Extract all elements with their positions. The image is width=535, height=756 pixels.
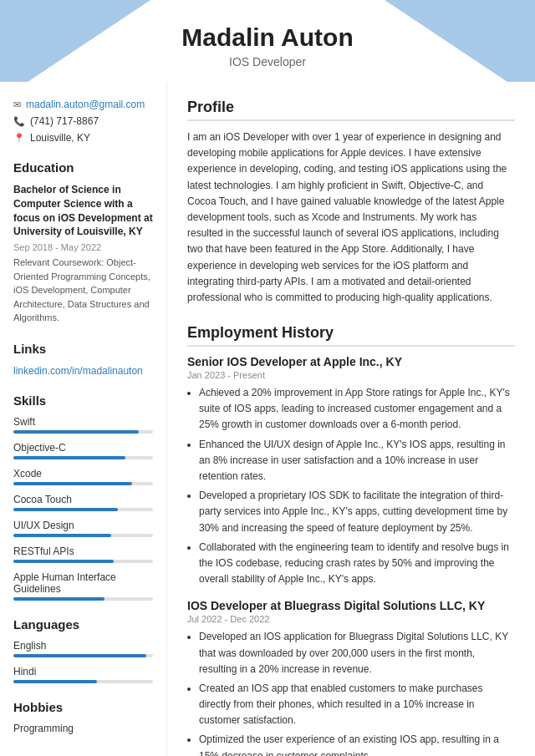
education-dates: Sep 2018 - May 2022 (13, 242, 153, 252)
contact-phone: 📞 (741) 717-8867 (13, 115, 153, 127)
skill-name: UI/UX Design (13, 520, 153, 531)
resume-header: Madalin Auton IOS Developer (0, 0, 535, 82)
hobbies-section: Hobbies Programming (13, 700, 153, 734)
candidate-title: IOS Developer (17, 55, 518, 68)
skill-item: Objective-C (13, 442, 153, 459)
location-icon: 📍 (13, 133, 25, 144)
languages-section: Languages English Hindi (13, 617, 153, 683)
skill-bar-fill (13, 534, 111, 537)
skill-bar-bg (13, 560, 153, 563)
skill-item: RESTful APIs (13, 545, 153, 563)
skill-bar-bg (13, 430, 153, 434)
job-bullets: Developed an IOS application for Bluegra… (187, 629, 515, 756)
contact-section: ✉ madalin.auton@gmail.com 📞 (741) 717-88… (13, 99, 153, 144)
bullet-item: Enhanced the UI/UX design of Apple Inc.,… (199, 437, 515, 485)
skill-bar-fill (13, 597, 104, 601)
main-content: Profile I am an iOS Developer with over … (167, 82, 535, 756)
links-section: Links linkedin.com/in/madalinauton (13, 342, 153, 377)
phone-icon: 📞 (13, 116, 25, 127)
location-text: Louisville, KY (30, 132, 90, 144)
sidebar: ✉ madalin.auton@gmail.com 📞 (741) 717-88… (0, 82, 167, 756)
education-degree: Bachelor of Science in Computer Science … (13, 183, 153, 239)
skill-name: Objective-C (13, 442, 153, 454)
job-item: Senior IOS Developer at Apple Inc., KY J… (187, 355, 515, 587)
language-bar-fill (13, 654, 146, 657)
job-item: IOS Developer at Bluegrass Digital Solut… (187, 599, 515, 756)
education-section: Education Bachelor of Science in Compute… (13, 160, 153, 325)
language-item: Hindi (13, 666, 153, 683)
phone-text: (741) 717-8867 (30, 115, 99, 127)
skill-item: UI/UX Design (13, 520, 153, 537)
bullet-item: Optimized the user experience of an exis… (199, 732, 515, 756)
language-bar-bg (13, 680, 153, 683)
skills-list: Swift Objective-C Xcode Cocoa Touch UI/U… (13, 416, 153, 601)
skill-name: Swift (13, 416, 153, 428)
employment-section: Employment History Senior IOS Developer … (187, 324, 515, 756)
language-name: Hindi (13, 666, 153, 677)
email-link[interactable]: madalin.auton@gmail.com (26, 99, 145, 110)
job-date: Jul 2022 - Dec 2022 (187, 614, 515, 624)
language-item: English (13, 640, 153, 657)
job-date: Jan 2023 - Present (187, 370, 515, 380)
skill-item: Swift (13, 416, 153, 434)
hobbies-text: Programming (13, 723, 153, 734)
email-icon: ✉ (13, 99, 21, 110)
skill-name: Apple Human Interface Guidelines (13, 571, 153, 595)
bullet-item: Developed an IOS application for Bluegra… (199, 629, 515, 677)
contact-location: 📍 Louisville, KY (13, 132, 153, 144)
skill-name: Cocoa Touch (13, 494, 153, 505)
skill-bar-bg (13, 534, 153, 537)
skill-bar-fill (13, 482, 132, 485)
languages-title: Languages (13, 617, 153, 632)
education-coursework: Relevant Coursework: Object-Oriented Pro… (13, 256, 153, 325)
bullet-item: Developed a proprietary IOS SDK to facil… (199, 488, 515, 536)
employment-title: Employment History (187, 324, 515, 347)
profile-section: Profile I am an iOS Developer with over … (187, 99, 515, 306)
language-bar-bg (13, 654, 153, 657)
profile-text: I am an iOS Developer with over 1 year o… (187, 129, 515, 306)
education-title: Education (13, 160, 153, 175)
contact-email: ✉ madalin.auton@gmail.com (13, 99, 153, 110)
skill-item: Cocoa Touch (13, 494, 153, 511)
bullet-item: Created an IOS app that enabled customer… (199, 681, 515, 729)
skill-bar-bg (13, 597, 153, 601)
links-title: Links (13, 342, 153, 356)
bullet-item: Achieved a 20% improvement in App Store … (199, 385, 515, 434)
skill-item: Xcode (13, 468, 153, 485)
skill-bar-bg (13, 456, 153, 459)
skills-section: Skills Swift Objective-C Xcode Cocoa Tou… (13, 393, 153, 601)
skill-item: Apple Human Interface Guidelines (13, 571, 153, 601)
skill-bar-fill (13, 560, 114, 563)
hobbies-title: Hobbies (13, 700, 153, 714)
skill-bar-bg (13, 482, 153, 485)
coursework-label: Relevant Coursework: (13, 257, 104, 267)
skills-title: Skills (13, 393, 153, 408)
skill-bar-bg (13, 508, 153, 511)
bullet-item: Collaborated with the engineering team t… (199, 540, 515, 588)
candidate-name: Madalin Auton (17, 23, 518, 52)
job-title: IOS Developer at Bluegrass Digital Solut… (187, 599, 515, 612)
profile-title: Profile (187, 99, 515, 121)
skill-name: Xcode (13, 468, 153, 479)
skill-bar-fill (13, 456, 125, 459)
job-title: Senior IOS Developer at Apple Inc., KY (187, 355, 515, 368)
language-bar-fill (13, 680, 97, 683)
linkedin-link[interactable]: linkedin.com/in/madalinauton (13, 365, 143, 377)
language-name: English (13, 640, 153, 652)
job-bullets: Achieved a 20% improvement in App Store … (187, 385, 515, 587)
skill-name: RESTful APIs (13, 545, 153, 557)
languages-list: English Hindi (13, 640, 153, 683)
skill-bar-fill (13, 430, 139, 434)
jobs-list: Senior IOS Developer at Apple Inc., KY J… (187, 355, 515, 756)
skill-bar-fill (13, 508, 118, 511)
main-container: ✉ madalin.auton@gmail.com 📞 (741) 717-88… (0, 82, 535, 756)
